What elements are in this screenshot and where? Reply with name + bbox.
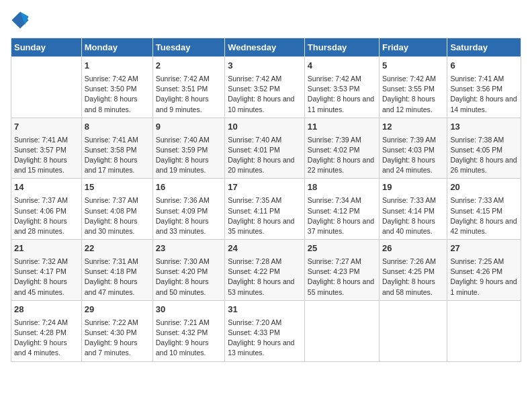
- cell-info: Sunrise: 7:31 AMSunset: 4:18 PMDaylight:…: [85, 257, 150, 298]
- day-number: 16: [156, 181, 222, 194]
- calendar-cell: 5Sunrise: 7:42 AMSunset: 3:55 PMDaylight…: [380, 57, 447, 118]
- calendar-cell: 23Sunrise: 7:30 AMSunset: 4:20 PMDayligh…: [152, 240, 224, 301]
- calendar-cell: 29Sunrise: 7:22 AMSunset: 4:30 PMDayligh…: [81, 300, 152, 361]
- cell-info: Sunrise: 7:26 AMSunset: 4:25 PMDaylight:…: [382, 257, 444, 298]
- week-row-4: 21Sunrise: 7:32 AMSunset: 4:17 PMDayligh…: [11, 240, 521, 301]
- calendar-cell: [447, 300, 521, 361]
- week-row-1: 1Sunrise: 7:42 AMSunset: 3:50 PMDaylight…: [11, 57, 521, 118]
- day-number: 25: [308, 242, 376, 255]
- logo-icon: [11, 11, 30, 30]
- cell-info: Sunrise: 7:38 AMSunset: 4:05 PMDaylight:…: [450, 135, 518, 176]
- day-number: 3: [228, 60, 302, 73]
- day-number: 14: [14, 181, 79, 194]
- calendar-header: SundayMondayTuesdayWednesdayThursdayFrid…: [11, 38, 521, 57]
- calendar-cell: 27Sunrise: 7:25 AMSunset: 4:26 PMDayligh…: [447, 240, 521, 301]
- day-number: 5: [382, 60, 444, 73]
- calendar-cell: 7Sunrise: 7:41 AMSunset: 3:57 PMDaylight…: [11, 118, 82, 179]
- calendar-cell: 19Sunrise: 7:33 AMSunset: 4:14 PMDayligh…: [380, 179, 447, 240]
- day-number: 19: [382, 181, 444, 194]
- calendar-cell: 31Sunrise: 7:20 AMSunset: 4:33 PMDayligh…: [225, 300, 305, 361]
- day-number: 23: [156, 242, 222, 255]
- cell-info: Sunrise: 7:39 AMSunset: 4:03 PMDaylight:…: [382, 135, 444, 176]
- calendar-cell: 15Sunrise: 7:37 AMSunset: 4:08 PMDayligh…: [81, 179, 152, 240]
- cell-info: Sunrise: 7:36 AMSunset: 4:09 PMDaylight:…: [156, 195, 222, 236]
- calendar-cell: 8Sunrise: 7:41 AMSunset: 3:58 PMDaylight…: [81, 118, 152, 179]
- calendar-body: 1Sunrise: 7:42 AMSunset: 3:50 PMDaylight…: [11, 57, 521, 362]
- day-header-wednesday: Wednesday: [225, 38, 305, 57]
- cell-info: Sunrise: 7:33 AMSunset: 4:15 PMDaylight:…: [450, 195, 518, 236]
- day-number: 27: [450, 242, 518, 255]
- day-header-thursday: Thursday: [304, 38, 379, 57]
- day-number: 9: [156, 121, 222, 134]
- calendar-cell: 28Sunrise: 7:24 AMSunset: 4:28 PMDayligh…: [11, 300, 82, 361]
- cell-info: Sunrise: 7:27 AMSunset: 4:23 PMDaylight:…: [308, 257, 376, 298]
- day-number: 13: [450, 121, 518, 134]
- day-header-sunday: Sunday: [11, 38, 82, 57]
- day-number: 7: [14, 121, 79, 134]
- cell-info: Sunrise: 7:42 AMSunset: 3:50 PMDaylight:…: [85, 74, 150, 115]
- day-number: 8: [85, 121, 150, 134]
- calendar-cell: 30Sunrise: 7:21 AMSunset: 4:32 PMDayligh…: [152, 300, 224, 361]
- day-number: 11: [308, 121, 376, 134]
- day-header-monday: Monday: [81, 38, 152, 57]
- day-number: 28: [14, 304, 79, 316]
- cell-info: Sunrise: 7:25 AMSunset: 4:26 PMDaylight:…: [450, 257, 518, 298]
- week-row-3: 14Sunrise: 7:37 AMSunset: 4:06 PMDayligh…: [11, 179, 521, 240]
- calendar-cell: 11Sunrise: 7:39 AMSunset: 4:02 PMDayligh…: [304, 118, 379, 179]
- day-number: 29: [85, 304, 150, 316]
- calendar-cell: [380, 300, 447, 361]
- calendar-cell: 2Sunrise: 7:42 AMSunset: 3:51 PMDaylight…: [152, 57, 224, 118]
- cell-info: Sunrise: 7:40 AMSunset: 3:59 PMDaylight:…: [156, 135, 222, 176]
- calendar-cell: 3Sunrise: 7:42 AMSunset: 3:52 PMDaylight…: [225, 57, 305, 118]
- calendar-cell: 18Sunrise: 7:34 AMSunset: 4:12 PMDayligh…: [304, 179, 379, 240]
- calendar-cell: 9Sunrise: 7:40 AMSunset: 3:59 PMDaylight…: [152, 118, 224, 179]
- calendar-cell: 4Sunrise: 7:42 AMSunset: 3:53 PMDaylight…: [304, 57, 379, 118]
- day-number: 26: [382, 242, 444, 255]
- day-number: 4: [308, 60, 376, 73]
- day-number: 22: [85, 242, 150, 255]
- day-number: 15: [85, 181, 150, 194]
- cell-info: Sunrise: 7:33 AMSunset: 4:14 PMDaylight:…: [382, 195, 444, 236]
- day-number: 20: [450, 181, 518, 194]
- calendar-cell: 12Sunrise: 7:39 AMSunset: 4:03 PMDayligh…: [380, 118, 447, 179]
- week-row-2: 7Sunrise: 7:41 AMSunset: 3:57 PMDaylight…: [11, 118, 521, 179]
- day-header-saturday: Saturday: [447, 38, 521, 57]
- cell-info: Sunrise: 7:40 AMSunset: 4:01 PMDaylight:…: [228, 135, 302, 176]
- day-number: 17: [228, 181, 302, 194]
- day-number: 31: [228, 304, 302, 316]
- day-number: 2: [156, 60, 222, 73]
- cell-info: Sunrise: 7:41 AMSunset: 3:56 PMDaylight:…: [450, 74, 518, 115]
- calendar-cell: 10Sunrise: 7:40 AMSunset: 4:01 PMDayligh…: [225, 118, 305, 179]
- calendar-table: SundayMondayTuesdayWednesdayThursdayFrid…: [11, 38, 521, 362]
- calendar-cell: 16Sunrise: 7:36 AMSunset: 4:09 PMDayligh…: [152, 179, 224, 240]
- cell-info: Sunrise: 7:37 AMSunset: 4:06 PMDaylight:…: [14, 195, 79, 236]
- cell-info: Sunrise: 7:34 AMSunset: 4:12 PMDaylight:…: [308, 195, 376, 236]
- cell-info: Sunrise: 7:28 AMSunset: 4:22 PMDaylight:…: [228, 257, 302, 298]
- page-header: [11, 11, 521, 30]
- calendar-cell: 20Sunrise: 7:33 AMSunset: 4:15 PMDayligh…: [447, 179, 521, 240]
- calendar-cell: [11, 57, 82, 118]
- calendar-cell: 26Sunrise: 7:26 AMSunset: 4:25 PMDayligh…: [380, 240, 447, 301]
- calendar-cell: 13Sunrise: 7:38 AMSunset: 4:05 PMDayligh…: [447, 118, 521, 179]
- calendar-cell: 21Sunrise: 7:32 AMSunset: 4:17 PMDayligh…: [11, 240, 82, 301]
- cell-info: Sunrise: 7:42 AMSunset: 3:53 PMDaylight:…: [308, 74, 376, 115]
- calendar-cell: 25Sunrise: 7:27 AMSunset: 4:23 PMDayligh…: [304, 240, 379, 301]
- cell-info: Sunrise: 7:41 AMSunset: 3:58 PMDaylight:…: [85, 135, 150, 176]
- week-row-5: 28Sunrise: 7:24 AMSunset: 4:28 PMDayligh…: [11, 300, 521, 361]
- day-header-friday: Friday: [380, 38, 447, 57]
- cell-info: Sunrise: 7:42 AMSunset: 3:55 PMDaylight:…: [382, 74, 444, 115]
- calendar-cell: 6Sunrise: 7:41 AMSunset: 3:56 PMDaylight…: [447, 57, 521, 118]
- calendar-cell: 22Sunrise: 7:31 AMSunset: 4:18 PMDayligh…: [81, 240, 152, 301]
- calendar-cell: 17Sunrise: 7:35 AMSunset: 4:11 PMDayligh…: [225, 179, 305, 240]
- day-header-tuesday: Tuesday: [152, 38, 224, 57]
- cell-info: Sunrise: 7:35 AMSunset: 4:11 PMDaylight:…: [228, 195, 302, 236]
- calendar-cell: [304, 300, 379, 361]
- cell-info: Sunrise: 7:20 AMSunset: 4:33 PMDaylight:…: [228, 318, 302, 359]
- cell-info: Sunrise: 7:22 AMSunset: 4:30 PMDaylight:…: [85, 318, 150, 359]
- logo: [11, 11, 31, 30]
- day-number: 24: [228, 242, 302, 255]
- cell-info: Sunrise: 7:37 AMSunset: 4:08 PMDaylight:…: [85, 195, 150, 236]
- cell-info: Sunrise: 7:39 AMSunset: 4:02 PMDaylight:…: [308, 135, 376, 176]
- header-row: SundayMondayTuesdayWednesdayThursdayFrid…: [11, 38, 521, 57]
- day-number: 12: [382, 121, 444, 134]
